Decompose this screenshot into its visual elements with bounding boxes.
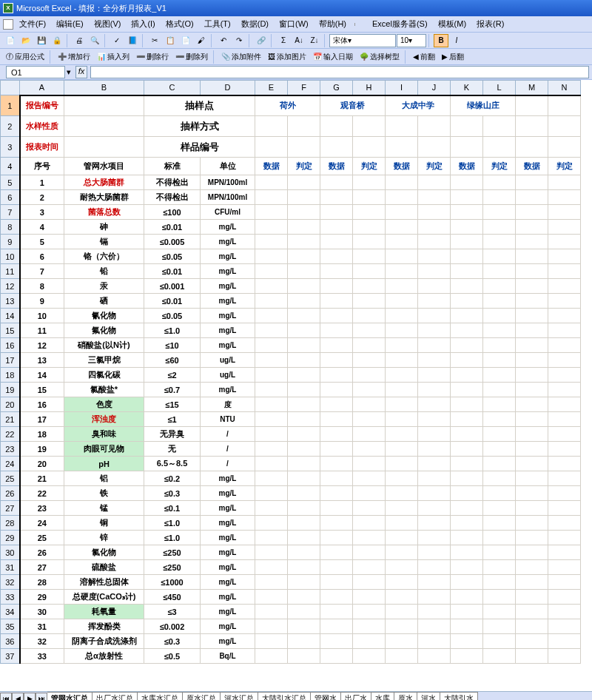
cell-item[interactable]: 氯化物 — [64, 545, 144, 560]
col-header-N[interactable]: N — [548, 81, 581, 95]
cell-empty[interactable] — [516, 249, 548, 264]
cell-empty[interactable] — [288, 309, 320, 323]
select-all-button[interactable] — [1, 81, 20, 95]
cell-std[interactable]: ≤2 — [144, 368, 201, 383]
insert-col-button[interactable]: 📊 插入列 — [94, 52, 132, 62]
open-icon[interactable]: 📂 — [18, 34, 33, 47]
sort-desc-icon[interactable]: Z↓ — [307, 34, 322, 47]
menu-edit[interactable]: 编辑(E) — [52, 17, 88, 31]
cell-empty[interactable] — [418, 545, 451, 560]
cell-empty[interactable] — [320, 649, 353, 664]
cell-empty[interactable] — [483, 294, 516, 309]
cell-empty[interactable] — [255, 294, 288, 309]
cell-std[interactable]: ≤0.2 — [144, 471, 201, 486]
cell-item[interactable]: 总硬度(CaCO₃计) — [64, 590, 144, 605]
cell-empty[interactable] — [320, 457, 353, 471]
cell-empty[interactable] — [320, 175, 353, 190]
cell-empty[interactable] — [451, 249, 483, 264]
cell-empty[interactable] — [418, 412, 451, 427]
italic-icon[interactable]: I — [449, 34, 464, 47]
cell-L4[interactable]: 判定 — [483, 158, 516, 175]
cell-item[interactable]: 镉 — [64, 235, 144, 249]
row-header[interactable]: 20 — [1, 397, 20, 412]
cell-std[interactable]: 6.5～8.5 — [144, 457, 201, 471]
cell-empty[interactable] — [548, 353, 581, 368]
cell-empty[interactable] — [386, 323, 418, 338]
cell-empty[interactable] — [386, 412, 418, 427]
cell-empty[interactable] — [548, 190, 581, 205]
cell-empty[interactable] — [353, 249, 386, 264]
cell-no[interactable]: 12 — [20, 338, 64, 353]
cell-empty[interactable] — [255, 471, 288, 486]
cell-empty[interactable] — [516, 619, 548, 634]
cell-empty[interactable] — [288, 545, 320, 560]
cell-empty[interactable] — [386, 190, 418, 205]
sheet-tab[interactable]: 原水 — [394, 692, 417, 700]
copy-icon[interactable]: 📋 — [163, 34, 178, 47]
cell-std[interactable]: ≤1.0 — [144, 516, 201, 531]
cell-unit[interactable]: MPN/100ml — [201, 175, 255, 190]
cell-empty[interactable] — [451, 309, 483, 323]
cell-empty[interactable] — [418, 383, 451, 397]
cell-empty[interactable] — [353, 619, 386, 634]
cell-no[interactable]: 10 — [20, 309, 64, 323]
cell-empty[interactable] — [320, 531, 353, 545]
cell-empty[interactable] — [548, 545, 581, 560]
cell-empty[interactable] — [288, 397, 320, 412]
cell-empty[interactable] — [353, 397, 386, 412]
cell-empty[interactable] — [353, 383, 386, 397]
paste-icon[interactable]: 📄 — [178, 34, 193, 47]
cell-empty[interactable] — [483, 397, 516, 412]
cell-empty[interactable] — [418, 619, 451, 634]
cell-empty[interactable] — [386, 501, 418, 516]
cell-no[interactable]: 27 — [20, 560, 64, 575]
cell-std[interactable]: ≤0.05 — [144, 249, 201, 264]
row-header-3[interactable]: 3 — [1, 137, 20, 158]
row-header-4[interactable]: 4 — [1, 158, 20, 175]
cell-empty[interactable] — [516, 412, 548, 427]
cell-empty[interactable] — [386, 590, 418, 605]
cell-empty[interactable] — [516, 368, 548, 383]
cell-empty[interactable] — [288, 457, 320, 471]
cell-empty[interactable] — [288, 338, 320, 353]
cell-empty[interactable] — [255, 634, 288, 649]
menu-excel-server[interactable]: Excel服务器(S) — [368, 17, 432, 31]
cell-empty[interactable] — [255, 457, 288, 471]
spell-icon[interactable]: ✓ — [110, 34, 124, 47]
cell-empty[interactable] — [255, 175, 288, 190]
cell-empty[interactable] — [451, 294, 483, 309]
cell-empty[interactable] — [483, 531, 516, 545]
cell-no[interactable]: 23 — [20, 501, 64, 516]
row-header[interactable]: 28 — [1, 516, 20, 531]
cell-empty[interactable] — [353, 442, 386, 457]
cell-empty[interactable] — [418, 190, 451, 205]
col-header-D[interactable]: D — [201, 81, 255, 95]
cell-empty[interactable] — [451, 353, 483, 368]
cell-empty[interactable] — [548, 264, 581, 279]
menu-file[interactable]: 文件(F) — [15, 17, 50, 31]
cell-empty[interactable] — [516, 383, 548, 397]
cell-std[interactable]: ≤0.7 — [144, 383, 201, 397]
cell-std[interactable]: ≤0.002 — [144, 619, 201, 634]
cut-icon[interactable]: ✂ — [147, 34, 162, 47]
cell-no[interactable]: 20 — [20, 457, 64, 471]
cell-empty[interactable] — [288, 175, 320, 190]
cell-empty[interactable] — [548, 442, 581, 457]
row-header[interactable]: 15 — [1, 323, 20, 338]
cell-empty[interactable] — [483, 457, 516, 471]
cell-unit[interactable]: / — [201, 442, 255, 457]
cell-empty[interactable] — [418, 353, 451, 368]
row-header[interactable]: 14 — [1, 309, 20, 323]
cell-empty[interactable] — [483, 353, 516, 368]
print-icon[interactable]: 🖨 — [72, 34, 87, 47]
cell-empty[interactable] — [451, 575, 483, 590]
cell-empty[interactable] — [320, 249, 353, 264]
cell-empty[interactable] — [516, 309, 548, 323]
cell-empty[interactable] — [320, 294, 353, 309]
cell-empty[interactable] — [418, 442, 451, 457]
cell-empty[interactable] — [418, 486, 451, 501]
cell-empty[interactable] — [353, 294, 386, 309]
cell-no[interactable]: 7 — [20, 264, 64, 279]
cell-unit[interactable]: mg/L — [201, 220, 255, 235]
cell-empty[interactable] — [483, 619, 516, 634]
